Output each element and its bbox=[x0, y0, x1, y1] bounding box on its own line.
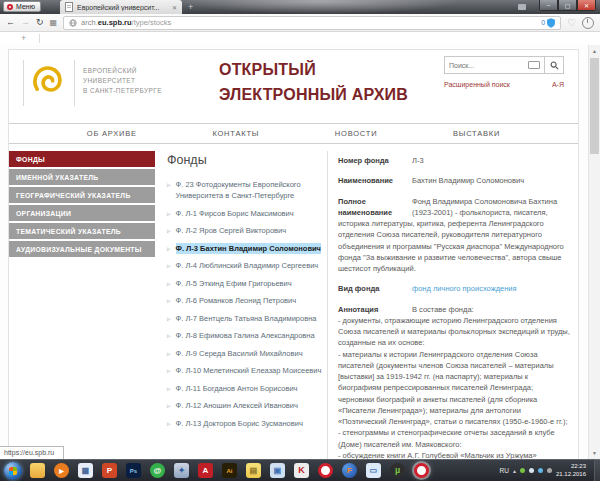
start-button[interactable] bbox=[4, 462, 22, 480]
tab-close-icon[interactable]: ✕ bbox=[172, 4, 177, 11]
list-item[interactable]: ▹Ф. Л-7 Вентцель Татьяна Владимировна bbox=[167, 313, 327, 325]
list-item[interactable]: ▹Ф. Л-11 Богданов Антон Борисович bbox=[167, 383, 327, 395]
sidebar-item-organizations[interactable]: ОРГАНИЗАЦИИ bbox=[9, 205, 155, 221]
tray-clock[interactable]: 22:23 21.12.2016 bbox=[556, 463, 586, 478]
list-item[interactable]: ▹Ф. Л-8 Ефимова Галина Александровна bbox=[167, 330, 327, 342]
language-indicator[interactable]: RU bbox=[500, 467, 509, 474]
expander-icon[interactable]: ▹ bbox=[167, 180, 171, 202]
list-item[interactable]: ▹Ф. Л-12 Аношин Алексей Иванович bbox=[167, 400, 327, 412]
list-item[interactable]: ▹Ф. Л-1 Фирсов Борис Максимович bbox=[167, 208, 327, 220]
speed-dial-icon[interactable]: ▦ bbox=[50, 19, 58, 27]
media-player-icon-glyph: ▶ bbox=[59, 468, 64, 474]
shield-badge-icon[interactable] bbox=[547, 18, 555, 28]
minimize-button[interactable]: – bbox=[539, 0, 558, 11]
search-input[interactable] bbox=[445, 62, 528, 69]
add-bookmark-icon[interactable]: + bbox=[21, 34, 26, 43]
expander-icon[interactable]: ▹ bbox=[167, 296, 171, 307]
keyboard-icon[interactable] bbox=[528, 61, 540, 69]
tray-expand-icon[interactable]: ▴ bbox=[513, 467, 516, 474]
kaspersky-icon[interactable]: K bbox=[294, 463, 309, 478]
bookmark-heart-icon[interactable]: ♡ bbox=[567, 17, 576, 28]
list-item[interactable]: ▹Ф. Л-13 Докторов Борис Зусманович bbox=[167, 418, 327, 430]
acrobat-reader-icon[interactable]: A bbox=[198, 463, 213, 478]
list-item[interactable]: ▹Ф. Л-9 Середа Василий Михайлович bbox=[167, 348, 327, 360]
list-item[interactable]: ▹Ф. Л-10 Мелетинский Елеазар Моисеевич bbox=[167, 365, 327, 377]
browser-toolbar: ← → ↻ ▦ arch.eu.spb.ru/type/stocks 0 ♡ bbox=[0, 14, 600, 32]
utorrent-icon[interactable]: µ bbox=[390, 463, 405, 478]
sidebar-item-audiovisual[interactable]: АУДИОВИЗУАЛЬНЫЕ ДОКУМЕНТЫ bbox=[9, 241, 155, 257]
expander-icon[interactable]: ▹ bbox=[167, 366, 171, 377]
photoshop-icon[interactable]: Ps bbox=[126, 463, 141, 478]
sidebar-item-thematic-index[interactable]: ТЕМАТИЧЕСКИЙ УКАЗАТЕЛЬ bbox=[9, 223, 155, 239]
sidebar-item-fonds[interactable]: ФОНДЫ bbox=[9, 151, 155, 167]
sticky-notes-icon[interactable]: ▤ bbox=[246, 463, 261, 478]
nav-item-exhibitions[interactable]: ВЫСТАВКИ bbox=[453, 129, 500, 138]
monitor-icon[interactable]: ▭ bbox=[366, 463, 381, 478]
powerpoint-icon[interactable]: P bbox=[102, 463, 117, 478]
expander-icon[interactable]: ▹ bbox=[167, 209, 171, 220]
nav-item-news[interactable]: НОВОСТИ bbox=[335, 129, 378, 138]
back-icon[interactable]: ← bbox=[6, 18, 15, 27]
opera-menu-button[interactable]: Меню bbox=[3, 1, 41, 12]
tab-search-icon[interactable] bbox=[518, 4, 526, 10]
document-viewer-icon[interactable]: ▣ bbox=[270, 463, 285, 478]
detail-row-type: Вид фонда фонд личного происхождения bbox=[338, 283, 570, 294]
scroll-down-icon[interactable]: ▼ bbox=[589, 447, 600, 459]
nav-item-contacts[interactable]: КОНТАКТЫ bbox=[212, 129, 259, 138]
expander-icon[interactable]: ▹ bbox=[167, 279, 171, 290]
list-item[interactable]: ▹Ф. Л-6 Романков Леонид Петрович bbox=[167, 295, 327, 307]
url-text: arch.eu.spb.ru/type/stocks bbox=[81, 18, 171, 27]
advanced-search-link[interactable]: Расширенный поиск bbox=[444, 81, 510, 88]
illustrator-icon[interactable]: Ai bbox=[222, 463, 237, 478]
firefox-icon[interactable]: F bbox=[342, 463, 357, 478]
chat-at-icon[interactable]: @ bbox=[150, 463, 165, 478]
tray-icon[interactable] bbox=[538, 468, 543, 473]
expander-icon[interactable]: ▹ bbox=[167, 314, 171, 325]
security-shield-icon[interactable]: ✦ bbox=[174, 463, 189, 478]
expander-icon[interactable]: ▹ bbox=[167, 384, 171, 395]
expander-icon[interactable]: ▹ bbox=[167, 419, 171, 430]
calculator-icon[interactable]: ▦ bbox=[78, 463, 93, 478]
sidebar-item-geo-index[interactable]: ГЕОГРАФИЧЕСКИЙ УКАЗАТЕЛЬ bbox=[9, 187, 155, 203]
reload-icon[interactable]: ↻ bbox=[36, 18, 44, 27]
address-bar[interactable]: arch.eu.spb.ru/type/stocks 0 bbox=[63, 16, 561, 30]
site-title-line2: ЭЛЕКТРОННЫЙ АРХИВ bbox=[219, 83, 408, 108]
vertical-scrollbar[interactable]: ▲ ▼ bbox=[588, 45, 600, 459]
tray-icon[interactable] bbox=[520, 468, 525, 473]
close-button[interactable]: ✕ bbox=[577, 0, 596, 11]
expander-icon[interactable]: ▹ bbox=[167, 244, 171, 255]
explorer-icon[interactable] bbox=[30, 463, 45, 478]
expander-icon[interactable]: ▹ bbox=[167, 401, 171, 412]
media-player-icon[interactable]: ▶ bbox=[54, 463, 69, 478]
university-name-line1: ЕВРОПЕЙСКИЙ bbox=[83, 66, 162, 76]
opera-browser-active-icon[interactable] bbox=[414, 463, 429, 478]
scroll-up-icon[interactable]: ▲ bbox=[589, 45, 600, 57]
scrollbar-thumb[interactable] bbox=[590, 58, 599, 154]
expander-icon[interactable]: ▹ bbox=[167, 349, 171, 360]
list-item[interactable]: ▹Ф. Л-4 Люблинский Владимир Сергеевич bbox=[167, 260, 327, 272]
nav-item-about[interactable]: ОБ АРХИВЕ bbox=[87, 129, 137, 138]
tray-icon[interactable] bbox=[529, 468, 534, 473]
tray-icon[interactable] bbox=[547, 468, 552, 473]
az-index-link[interactable]: А-Я bbox=[552, 81, 564, 88]
site-title-line1: ОТКРЫТЫЙ bbox=[219, 58, 408, 83]
fonds-list: Фонды ▹Ф. 23 Фотодокументы Европейского … bbox=[155, 151, 327, 459]
list-item[interactable]: ▹Ф. 23 Фотодокументы Европейского Универ… bbox=[167, 179, 327, 202]
show-desktop-button[interactable] bbox=[594, 459, 600, 481]
opera-icon[interactable] bbox=[318, 463, 333, 478]
list-item[interactable]: ▹Ф. Л-2 Яров Сергей Викторович bbox=[167, 225, 327, 237]
search-button[interactable] bbox=[544, 57, 563, 73]
expander-icon[interactable]: ▹ bbox=[167, 331, 171, 342]
forward-icon[interactable]: → bbox=[21, 18, 30, 27]
maximize-button[interactable]: ▢ bbox=[558, 0, 577, 11]
site-title[interactable]: ОТКРЫТЫЙ ЭЛЕКТРОННЫЙ АРХИВ bbox=[219, 58, 408, 108]
sidebar-item-name-index[interactable]: ИМЕННОЙ УКАЗАТЕЛЬ bbox=[9, 169, 155, 185]
status-link-tooltip: https://eu.spb.ru bbox=[0, 446, 64, 459]
list-item-selected[interactable]: ▹Ф. Л-3 Бахтин Владимир Соломонович bbox=[167, 243, 327, 255]
expander-icon[interactable]: ▹ bbox=[167, 261, 171, 272]
browser-tab[interactable]: Европейский университ... ✕ bbox=[60, 0, 182, 14]
new-tab-button[interactable]: + bbox=[188, 2, 193, 12]
clock-icon[interactable] bbox=[582, 17, 594, 29]
expander-icon[interactable]: ▹ bbox=[167, 226, 171, 237]
list-item[interactable]: ▹Ф. Л-5 Эткинд Ефим Григорьевич bbox=[167, 278, 327, 290]
